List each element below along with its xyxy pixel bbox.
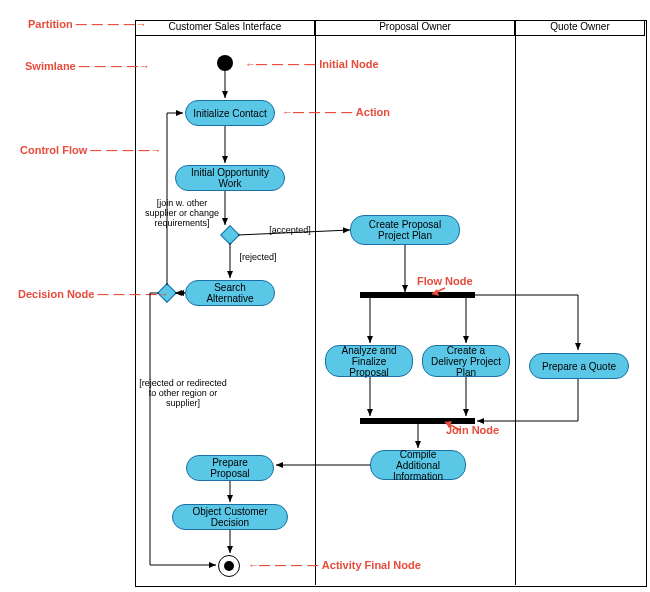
action-create-delivery-plan: Create a Delivery Project Plan: [422, 345, 510, 377]
decision-accept-reject: [222, 227, 238, 243]
callout-action: ←— — — — Action: [282, 106, 390, 118]
lane-header-proposal: Proposal Owner: [315, 20, 515, 36]
action-prepare-proposal: Prepare Proposal: [186, 455, 274, 481]
callout-final: ←— — — — Activity Final Node: [248, 559, 421, 571]
activity-diagram: Customer Sales Interface Proposal Owner …: [0, 0, 650, 592]
lane-header-quote: Quote Owner: [515, 20, 645, 36]
callout-flow-node: Flow Node: [417, 275, 473, 287]
action-initial-opportunity: Initial Opportunity Work: [175, 165, 285, 191]
guard-redirected: [rejected or redirected to other region …: [138, 378, 228, 408]
callout-decision: Decision Node — — — —→: [18, 288, 169, 300]
action-create-proposal-plan: Create Proposal Project Plan: [350, 215, 460, 245]
guard-join-other: [join w. other supplier or change requir…: [142, 198, 222, 228]
callout-swimlane: Swimlane — — — —→: [25, 60, 150, 72]
callout-join-node: Join Node: [446, 424, 499, 436]
callout-partition: Partition — — — —→: [28, 18, 147, 30]
callout-initial: ←— — — — Initial Node: [245, 58, 379, 70]
action-object-decision: Object Customer Decision: [172, 504, 288, 530]
lane-header-sales: Customer Sales Interface: [135, 20, 315, 36]
lane-divider: [315, 36, 316, 585]
action-prepare-quote: Prepare a Quote: [529, 353, 629, 379]
guard-rejected: [rejected]: [233, 252, 283, 262]
final-node: [218, 555, 240, 577]
action-compile-additional: Compile Additional Information: [370, 450, 466, 480]
guard-accepted: [accepted]: [260, 225, 320, 235]
action-search-alternative: Search Alternative: [185, 280, 275, 306]
callout-control-flow: Control Flow — — — —→: [20, 144, 161, 156]
initial-node: [217, 55, 233, 71]
lane-divider: [515, 36, 516, 585]
action-analyze-finalize: Analyze and Finalize Proposal: [325, 345, 413, 377]
action-initialize-contact: Initialize Contact: [185, 100, 275, 126]
fork-node: [360, 292, 475, 298]
